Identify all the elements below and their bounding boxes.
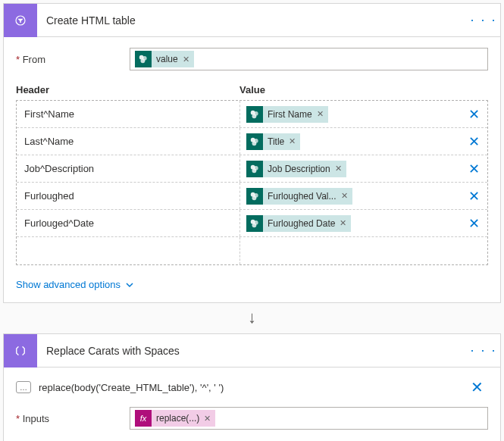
table-row: First^Name First Name ✕ ✕ (17, 101, 487, 128)
value-chip[interactable]: Title ✕ (246, 133, 300, 150)
fx-chip[interactable]: fx replace(...) ✕ (135, 410, 215, 427)
card-header[interactable]: Replace Carats with Spaces · · · (4, 334, 500, 368)
chip-label: value (156, 54, 178, 64)
value-chip[interactable]: Furloughed Date ✕ (246, 215, 351, 232)
advanced-label: Show advanced options (16, 279, 121, 290)
card-title: Replace Carats with Spaces (37, 345, 467, 357)
delete-row-icon[interactable]: ✕ (460, 188, 487, 205)
value-chip[interactable]: Furloughed Val... ✕ (246, 188, 352, 205)
code-icon: … (16, 381, 31, 393)
chevron-down-icon (125, 280, 134, 289)
value-cell[interactable]: Furloughed Val... ✕ (240, 183, 460, 209)
card-header[interactable]: Create HTML table · · · (4, 4, 500, 37)
from-chip[interactable]: value ✕ (135, 51, 194, 67)
chip-remove-icon[interactable]: ✕ (340, 218, 346, 228)
chip-label: Furloughed Val... (268, 191, 337, 202)
columns-grid: First^Name First Name ✕ ✕ Last^Name Titl… (16, 100, 488, 265)
svg-point-9 (252, 141, 257, 145)
value-cell[interactable]: Title ✕ (240, 128, 460, 155)
columns-header-row: Header Value (16, 81, 488, 100)
sharepoint-icon (246, 133, 263, 150)
flow-arrow-icon: ↓ (0, 303, 504, 330)
table-row: Job^Description Job Description ✕ ✕ (17, 155, 487, 183)
chip-remove-icon[interactable]: ✕ (183, 55, 189, 64)
header-column-label: Header (16, 84, 239, 95)
header-cell[interactable]: Job^Description (17, 155, 240, 182)
card-menu-button[interactable]: · · · (467, 342, 500, 358)
close-peek-icon[interactable]: ✕ (471, 378, 488, 396)
header-cell[interactable]: Furloughed (17, 183, 240, 209)
inputs-input[interactable]: fx replace(...) ✕ (130, 407, 488, 430)
delete-row-icon[interactable]: ✕ (460, 133, 487, 150)
delete-row-icon[interactable]: ✕ (460, 161, 487, 177)
chip-remove-icon[interactable]: ✕ (341, 191, 348, 201)
sharepoint-icon (246, 215, 263, 232)
chip-label: Title (268, 136, 284, 147)
create-html-table-card: Create HTML table · · · From value ✕ Hea… (3, 3, 501, 303)
chip-remove-icon[interactable]: ✕ (317, 109, 324, 119)
table-row: Last^Name Title ✕ ✕ (17, 128, 487, 155)
svg-point-12 (252, 168, 257, 173)
inputs-label: Inputs (16, 413, 130, 424)
chip-label: Job Description (268, 164, 330, 174)
chip-label: Furloughed Date (268, 218, 335, 229)
header-cell[interactable] (17, 237, 240, 264)
svg-point-15 (252, 195, 257, 200)
chip-label: replace(...) (156, 413, 199, 424)
header-cell[interactable]: Last^Name (17, 128, 240, 155)
filter-icon (4, 4, 37, 37)
sharepoint-icon (135, 51, 152, 67)
value-cell[interactable]: Job Description ✕ (240, 155, 460, 182)
svg-point-3 (141, 58, 146, 63)
chip-remove-icon[interactable]: ✕ (335, 164, 342, 174)
from-input[interactable]: value ✕ (130, 48, 488, 70)
from-row: From value ✕ (16, 48, 488, 70)
value-cell[interactable] (240, 237, 460, 264)
inputs-row: Inputs fx replace(...) ✕ (4, 396, 500, 441)
value-cell[interactable]: Furloughed Date ✕ (240, 210, 460, 236)
card-menu-button[interactable]: · · · (467, 12, 500, 28)
svg-point-6 (252, 114, 257, 118)
chip-remove-icon[interactable]: ✕ (204, 414, 211, 424)
card-body: From value ✕ Header Value First^Name (4, 37, 500, 268)
sharepoint-icon (246, 161, 263, 177)
chip-remove-icon[interactable]: ✕ (289, 136, 296, 146)
sharepoint-icon (246, 106, 263, 123)
expression-text: replace(body('Create_HTML_table'), '^', … (39, 382, 463, 393)
sharepoint-icon (246, 188, 263, 205)
card-title: Create HTML table (37, 14, 467, 27)
table-row-empty (17, 237, 487, 264)
replace-carats-card: Replace Carats with Spaces · · · … repla… (3, 333, 501, 441)
value-column-label: Value (239, 84, 488, 95)
value-chip[interactable]: First Name ✕ (246, 106, 328, 123)
fx-icon: fx (135, 410, 152, 427)
expression-peek-row: … replace(body('Create_HTML_table'), '^'… (4, 368, 500, 396)
value-cell[interactable]: First Name ✕ (240, 101, 460, 127)
compose-icon (4, 334, 37, 368)
chip-label: First Name (268, 109, 312, 120)
from-label: From (16, 54, 130, 65)
delete-row-icon[interactable]: ✕ (460, 106, 487, 123)
header-cell[interactable]: Furlouged^Date (17, 210, 240, 236)
value-chip[interactable]: Job Description ✕ (246, 161, 346, 177)
delete-row-icon[interactable]: ✕ (460, 215, 487, 232)
header-cell[interactable]: First^Name (17, 101, 240, 127)
table-row: Furlouged^Date Furloughed Date ✕ ✕ (17, 210, 487, 237)
svg-point-18 (252, 223, 257, 227)
table-row: Furloughed Furloughed Val... ✕ ✕ (17, 183, 487, 210)
show-advanced-options-link[interactable]: Show advanced options (4, 268, 146, 302)
